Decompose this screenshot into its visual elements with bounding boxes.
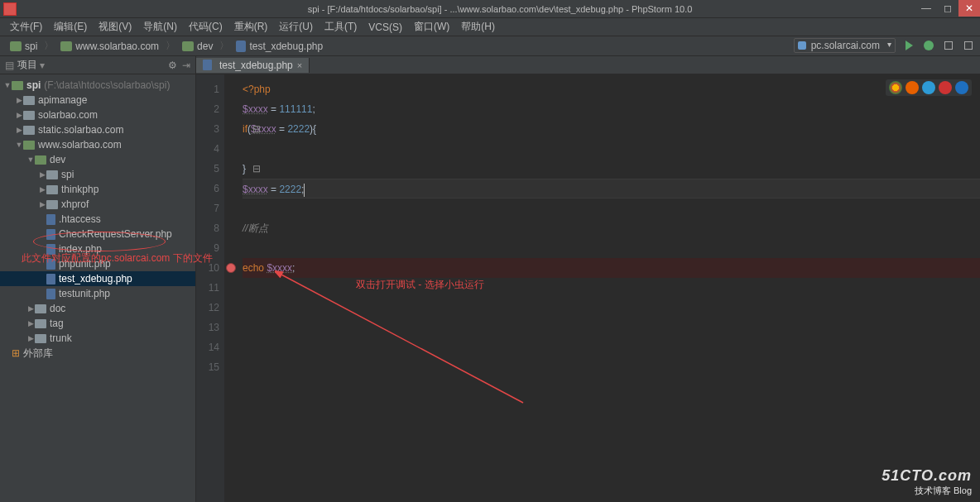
code-line[interactable] xyxy=(243,298,980,318)
code-line[interactable]: //断点 xyxy=(243,218,980,238)
code-line[interactable]: <?php xyxy=(243,79,980,99)
folder-icon xyxy=(23,96,35,105)
line-number[interactable]: 2 xyxy=(196,99,219,119)
close-button[interactable]: ✕ xyxy=(958,0,980,17)
code-line[interactable] xyxy=(243,139,980,159)
tree-root[interactable]: ▼spi(F:\data\htdocs\solarbao\spi) xyxy=(0,78,195,93)
line-gutter[interactable]: 123456789101112131415 xyxy=(196,74,224,502)
folder-icon xyxy=(12,81,23,90)
editor-tab[interactable]: test_xdebug.php × xyxy=(196,58,310,73)
line-number[interactable]: 15 xyxy=(196,357,219,377)
close-tab-icon[interactable]: × xyxy=(297,60,302,70)
toolbar-button-1[interactable] xyxy=(942,39,955,52)
menu-item[interactable]: VCS(S) xyxy=(363,20,407,35)
code-area[interactable]: <?php$xxxx = 111111;⊟if($xxxx = 2222){⊟}… xyxy=(224,74,980,502)
tree-node[interactable]: ▼dev xyxy=(0,152,195,167)
code-line[interactable] xyxy=(243,278,980,298)
tree-twisty-icon[interactable]: ▶ xyxy=(26,304,35,313)
tree-node[interactable]: ▶doc xyxy=(0,301,195,316)
project-tree[interactable]: ▼spi(F:\data\htdocs\solarbao\spi)▶apiman… xyxy=(0,74,195,364)
tree-twisty-icon[interactable]: ▶ xyxy=(26,334,35,342)
run-config-dropdown[interactable]: pc.solarcai.com xyxy=(794,38,896,53)
code-line[interactable]: echo $xxxx; xyxy=(243,258,980,278)
line-number[interactable]: 4 xyxy=(196,139,219,159)
tree-node[interactable]: ▶static.solarbao.com xyxy=(0,122,195,137)
menu-item[interactable]: 代码(C) xyxy=(184,18,228,36)
menu-item[interactable]: 导航(N) xyxy=(138,18,182,36)
tree-node[interactable]: ▶spi xyxy=(0,167,195,182)
line-number[interactable]: 6 xyxy=(196,179,219,198)
tree-twisty-icon[interactable]: ▶ xyxy=(15,126,23,134)
breadcrumb-item[interactable]: test_xdebug.php xyxy=(231,39,328,54)
app-icon xyxy=(3,2,17,16)
fold-icon[interactable]: ⊟ xyxy=(252,159,261,179)
tree-twisty-icon[interactable]: ▶ xyxy=(38,200,46,208)
tree-node[interactable]: ▶apimanage xyxy=(0,93,195,108)
tree-node[interactable]: ▶thinkphp xyxy=(0,182,195,197)
tree-twisty-icon[interactable]: ▶ xyxy=(15,96,23,104)
tree-node[interactable]: ▼www.solarbao.com xyxy=(0,137,195,152)
editor-tab-label: test_xdebug.php xyxy=(219,60,293,71)
tree-twisty-icon[interactable]: ▶ xyxy=(15,111,23,119)
folder-icon xyxy=(35,304,46,313)
tree-node[interactable]: ▶tag xyxy=(0,316,195,331)
code-line[interactable]: $xxxx = 111111; xyxy=(243,99,980,119)
menu-item[interactable]: 编辑(E) xyxy=(49,18,92,36)
run-button[interactable] xyxy=(902,39,915,52)
breadcrumb-item[interactable]: www.solarbao.com xyxy=(55,39,164,54)
code-line[interactable] xyxy=(243,318,980,337)
menu-bar: 文件(F)编辑(E)视图(V)导航(N)代码(C)重构(R)运行(U)工具(T)… xyxy=(0,18,980,36)
menu-item[interactable]: 文件(F) xyxy=(5,18,47,36)
tree-node[interactable]: ▶trunk xyxy=(0,331,195,346)
code-line[interactable]: ⊟if($xxxx = 2222){ xyxy=(243,119,980,139)
tree-node[interactable]: .htaccess xyxy=(0,212,195,227)
tree-node[interactable]: test_xdebug.php xyxy=(0,271,195,286)
fold-icon[interactable]: ⊟ xyxy=(252,119,261,139)
menu-item[interactable]: 重构(R) xyxy=(229,18,273,36)
folder-icon xyxy=(23,126,35,135)
tree-twisty-icon[interactable]: ▶ xyxy=(38,185,46,194)
menu-item[interactable]: 工具(T) xyxy=(319,18,362,36)
toolbar-button-2[interactable] xyxy=(962,39,975,52)
code-line[interactable] xyxy=(243,198,980,218)
maximize-button[interactable]: ◻ xyxy=(937,0,958,17)
tree-node[interactable]: ▶solarbao.com xyxy=(0,108,195,122)
code-line[interactable]: $xxxx = 2222; xyxy=(243,179,980,198)
external-libraries[interactable]: ⊞外部库 xyxy=(0,346,195,361)
menu-item[interactable]: 视图(V) xyxy=(94,18,137,36)
line-number[interactable]: 1 xyxy=(196,79,219,99)
line-number[interactable]: 12 xyxy=(196,298,219,318)
line-number[interactable]: 8 xyxy=(196,218,219,238)
project-dropdown-icon[interactable]: ▾ xyxy=(40,60,45,71)
menu-item[interactable]: 窗口(W) xyxy=(409,18,454,36)
line-number[interactable]: 11 xyxy=(196,278,219,298)
code-line[interactable]: ⊟} xyxy=(243,159,980,179)
code-line[interactable] xyxy=(243,337,980,357)
menu-item[interactable]: 帮助(H) xyxy=(456,18,500,36)
code-line[interactable] xyxy=(243,238,980,258)
line-number[interactable]: 13 xyxy=(196,318,219,337)
tree-node[interactable]: ▶xhprof xyxy=(0,197,195,212)
code-line[interactable] xyxy=(243,357,980,377)
tree-twisty-icon[interactable]: ▼ xyxy=(15,141,23,149)
tree-node[interactable]: testunit.php xyxy=(0,286,195,301)
line-number[interactable]: 3 xyxy=(196,119,219,139)
minimize-button[interactable]: — xyxy=(915,0,937,17)
breadcrumb-item[interactable]: dev xyxy=(177,39,218,54)
tree-twisty-icon[interactable]: ▶ xyxy=(26,319,35,327)
menu-item[interactable]: 运行(U) xyxy=(274,18,318,36)
editor-pane: test_xdebug.php × 123456789101112131415 … xyxy=(196,56,980,502)
folder-icon xyxy=(46,185,58,194)
project-panel-label: 项目 xyxy=(17,58,37,72)
debug-button[interactable] xyxy=(922,39,935,52)
collapse-icon[interactable]: ⇥ xyxy=(182,60,190,71)
tree-twisty-icon[interactable]: ▼ xyxy=(26,155,35,164)
breadcrumb-item[interactable]: spi xyxy=(5,39,42,54)
line-number[interactable]: 14 xyxy=(196,337,219,357)
line-number[interactable]: 5 xyxy=(196,159,219,179)
tree-node[interactable]: CheckRequestServer.php xyxy=(0,227,195,241)
chevron-right-icon: 〉 xyxy=(166,39,175,53)
gear-icon[interactable] xyxy=(168,60,177,71)
line-number[interactable]: 7 xyxy=(196,198,219,218)
tree-twisty-icon[interactable]: ▶ xyxy=(38,170,46,179)
